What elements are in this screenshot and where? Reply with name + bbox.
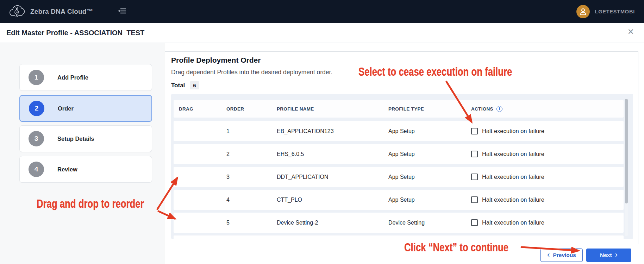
body-area: 1 Add Profile 2 Order 3 Setup Details 4 … — [0, 43, 644, 264]
step-label: Order — [58, 105, 74, 112]
table-row: 2 EHS_6.0.5 App Setup Halt execution on … — [174, 144, 624, 164]
row-profile-type: App Setup — [388, 128, 471, 134]
row-profile-name: DDT_APPLICATION — [277, 174, 388, 180]
top-bar: Zebra DNA Cloud™ LGETESTMOBI — [0, 0, 644, 23]
deployment-order-table: DRAG ORDER PROFILE NAME PROFILE TYPE ACT… — [171, 94, 633, 239]
total-row: Total 6 — [171, 81, 199, 89]
column-header-actions: ACTIONS — [471, 106, 493, 112]
halt-execution-label: Halt execution on failure — [482, 151, 544, 157]
info-icon[interactable]: i — [496, 106, 502, 112]
total-count-badge: 6 — [190, 81, 199, 89]
next-button[interactable]: Next › — [586, 249, 631, 262]
row-order-value: 5 — [226, 220, 277, 226]
panel-heading: Profile Deployment Order — [171, 56, 261, 64]
step-number-badge: 3 — [29, 131, 44, 146]
step-number-badge: 2 — [29, 101, 44, 116]
brand-title: Zebra DNA Cloud™ — [30, 8, 93, 15]
previous-button[interactable]: ‹ Previous — [540, 249, 583, 262]
column-header-order: ORDER — [226, 106, 277, 112]
table-header-row: DRAG ORDER PROFILE NAME PROFILE TYPE ACT… — [174, 100, 624, 118]
row-profile-type: App Setup — [388, 174, 471, 180]
table-row: 5 Device Setting-2 Device Setting Halt e… — [174, 213, 624, 233]
row-profile-name: Device Setting-2 — [277, 220, 388, 226]
row-profile-name: EB_APPLICATION123 — [277, 128, 388, 134]
step-label: Setup Details — [57, 136, 94, 142]
step-number: 2 — [35, 105, 39, 112]
stepper-step[interactable]: 2 Order — [19, 95, 152, 122]
halt-execution-checkbox[interactable] — [471, 128, 478, 134]
chevron-left-icon: ‹ — [547, 251, 550, 259]
step-label: Review — [57, 166, 77, 173]
close-icon[interactable]: ✕ — [627, 28, 634, 36]
stepper-step[interactable]: 4 Review — [19, 156, 152, 183]
halt-execution-label: Halt execution on failure — [482, 174, 544, 180]
scrollbar-thumb[interactable] — [625, 99, 628, 203]
table-row: 1 EB_APPLICATION123 App Setup Halt execu… — [174, 121, 624, 141]
zebra-dna-cloud-logo — [7, 4, 26, 20]
step-number: 4 — [35, 165, 38, 173]
person-icon — [579, 7, 587, 16]
total-label: Total — [171, 82, 185, 89]
row-order-value: 2 — [226, 151, 277, 157]
column-header-drag: DRAG — [179, 106, 226, 112]
panel-subheading: Drag dependent Profiles into the desired… — [171, 69, 332, 76]
annotation-next-note: Click “Next” to continue — [404, 241, 508, 254]
step-label: Add Profile — [57, 74, 88, 81]
step-number-badge: 1 — [29, 70, 44, 85]
halt-execution-label: Halt execution on failure — [482, 196, 544, 203]
avatar[interactable] — [576, 5, 590, 18]
step-number-badge: 4 — [29, 162, 44, 177]
annotation-reorder-note: Drag and drop to reorder — [37, 197, 144, 210]
step-number: 1 — [35, 74, 38, 81]
halt-execution-label: Halt execution on failure — [482, 128, 544, 134]
halt-execution-checkbox[interactable] — [471, 219, 478, 226]
halt-execution-checkbox[interactable] — [471, 151, 478, 157]
row-order-value: 3 — [226, 174, 277, 180]
step-number: 3 — [35, 135, 38, 143]
menu-collapse-icon[interactable] — [117, 7, 127, 16]
halt-execution-label: Halt execution on failure — [482, 219, 544, 226]
dialog-title-bar: Edit Master Profile - ASSOCIATION_TEST ✕ — [0, 23, 644, 43]
column-header-profile-type: PROFILE TYPE — [388, 106, 471, 112]
table-row: 3 DDT_APPLICATION App Setup Halt executi… — [174, 167, 624, 187]
stepper-step[interactable]: 3 Setup Details — [19, 125, 152, 152]
annotation-select-note: Select to cease execution on failure — [358, 65, 512, 78]
row-order-value: 1 — [226, 128, 277, 134]
profile-deployment-panel: Profile Deployment Order Drag dependent … — [165, 51, 638, 244]
username-label: LGETESTMOBI — [595, 9, 635, 14]
chevron-right-icon: › — [615, 251, 618, 259]
row-profile-name: CTT_PLO — [277, 197, 388, 203]
row-profile-type: App Setup — [388, 197, 471, 203]
halt-execution-checkbox[interactable] — [471, 174, 478, 180]
table-row-partial — [174, 235, 624, 239]
stepper-sidebar: 1 Add Profile 2 Order 3 Setup Details 4 … — [0, 43, 164, 264]
page-title: Edit Master Profile - ASSOCIATION_TEST — [6, 29, 144, 37]
stepper-step[interactable]: 1 Add Profile — [19, 64, 152, 91]
table-row: 4 CTT_PLO App Setup Halt execution on fa… — [174, 190, 624, 210]
row-profile-type: App Setup — [388, 151, 471, 157]
halt-execution-checkbox[interactable] — [471, 196, 478, 203]
footer-buttons: ‹ Previous Next › — [540, 249, 631, 262]
row-order-value: 4 — [226, 197, 277, 203]
table-rows: 1 EB_APPLICATION123 App Setup Halt execu… — [174, 121, 624, 233]
column-header-profile-name: PROFILE NAME — [277, 106, 388, 112]
row-profile-name: EHS_6.0.5 — [277, 151, 388, 157]
row-profile-type: Device Setting — [388, 220, 471, 226]
